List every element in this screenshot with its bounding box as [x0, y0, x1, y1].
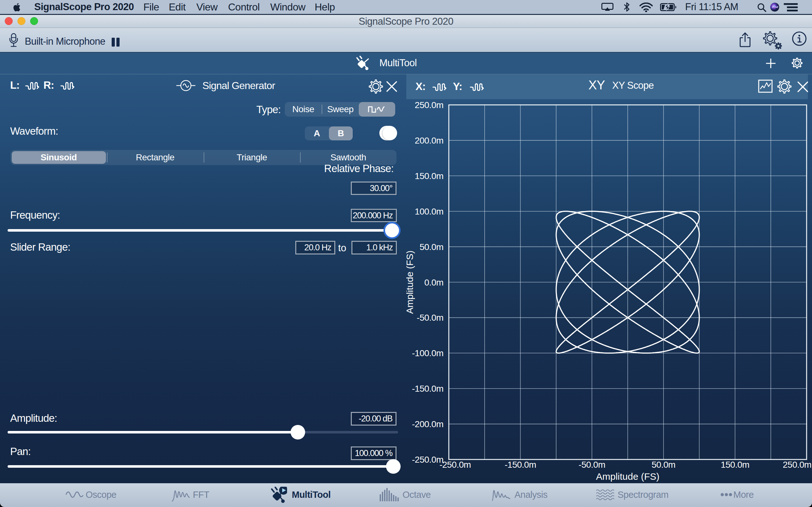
svg-text:150.0m: 150.0m — [415, 171, 444, 181]
svg-text:-200.0m: -200.0m — [412, 419, 444, 429]
svg-text:Amplitude (FS): Amplitude (FS) — [406, 250, 415, 314]
svg-text:-150.0m: -150.0m — [412, 384, 444, 394]
svg-text:-50.0m: -50.0m — [578, 460, 605, 469]
svg-text:0.0m: 0.0m — [424, 278, 444, 287]
svg-text:Amplitude (FS): Amplitude (FS) — [596, 471, 659, 482]
svg-text:-250.0m: -250.0m — [439, 460, 471, 469]
svg-text:-150.0m: -150.0m — [505, 460, 536, 469]
svg-text:50.0m: 50.0m — [652, 460, 675, 469]
svg-text:-100.0m: -100.0m — [412, 348, 444, 358]
svg-text:-50.0m: -50.0m — [417, 313, 444, 323]
svg-text:150.0m: 150.0m — [721, 460, 749, 469]
svg-text:-250.0m: -250.0m — [412, 455, 444, 464]
svg-text:250.0m: 250.0m — [783, 460, 811, 469]
svg-text:50.0m: 50.0m — [420, 242, 444, 252]
svg-text:100.0m: 100.0m — [415, 207, 444, 216]
svg-text:200.0m: 200.0m — [415, 135, 444, 146]
svg-text:250.0m: 250.0m — [415, 100, 444, 110]
